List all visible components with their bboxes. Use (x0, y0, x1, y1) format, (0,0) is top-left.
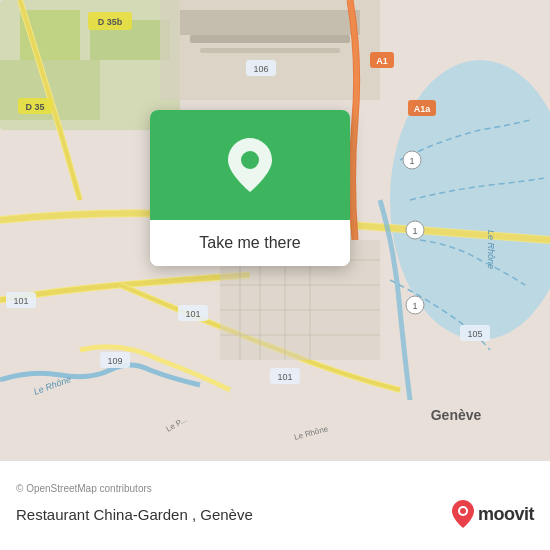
svg-text:1: 1 (409, 156, 414, 166)
svg-rect-7 (180, 10, 360, 35)
svg-text:101: 101 (185, 309, 200, 319)
location-pin-icon (228, 138, 272, 192)
svg-point-52 (460, 508, 466, 514)
svg-rect-9 (200, 48, 340, 53)
svg-rect-8 (190, 35, 350, 43)
svg-text:A1: A1 (376, 56, 388, 66)
svg-text:101: 101 (277, 372, 292, 382)
svg-text:109: 109 (107, 356, 122, 366)
moovit-pin-icon (452, 500, 474, 528)
svg-text:101: 101 (13, 296, 28, 306)
svg-point-50 (241, 151, 259, 169)
moovit-brand-text: moovit (478, 504, 534, 525)
svg-text:Genève: Genève (431, 407, 482, 423)
take-me-there-button[interactable]: Take me there (150, 220, 350, 266)
svg-text:1: 1 (412, 226, 417, 236)
map-view[interactable]: D 35b D 35 106 A1 A1a 1 1 1 101 101 101 … (0, 0, 550, 460)
svg-text:D 35b: D 35b (98, 17, 123, 27)
bottom-row: Restaurant China-Garden , Genève moovit (16, 500, 534, 528)
restaurant-name: Restaurant China-Garden , Genève (16, 506, 253, 523)
popup-header (150, 110, 350, 220)
svg-text:106: 106 (253, 64, 268, 74)
bottom-info-bar: © OpenStreetMap contributors Restaurant … (0, 460, 550, 550)
svg-text:D 35: D 35 (25, 102, 44, 112)
map-attribution: © OpenStreetMap contributors (16, 483, 534, 494)
location-popup: Take me there (150, 110, 350, 266)
svg-text:Le Rhône: Le Rhône (486, 230, 496, 269)
svg-text:105: 105 (467, 329, 482, 339)
svg-text:1: 1 (412, 301, 417, 311)
svg-text:A1a: A1a (414, 104, 432, 114)
moovit-logo: moovit (452, 500, 534, 528)
